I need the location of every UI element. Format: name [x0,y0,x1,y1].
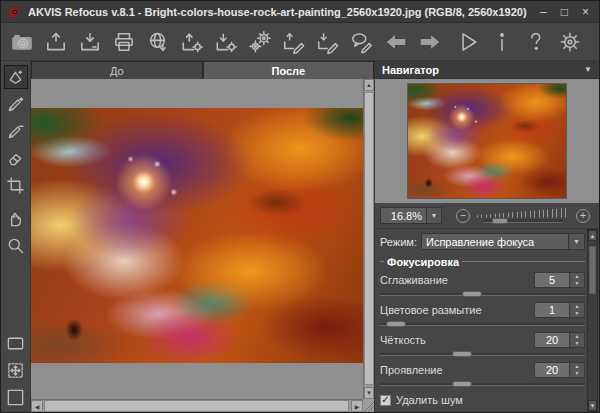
focus-area-tool[interactable] [4,92,28,116]
crop-tool[interactable] [4,173,28,197]
load-preset-button[interactable] [179,29,205,55]
navigator-thumbnail[interactable] [408,84,566,198]
navigator-title: Навигатор [382,64,439,76]
edited-image[interactable] [31,108,363,363]
zoom-value-combo[interactable]: 16.8% ▼ [380,207,442,224]
publish-button[interactable] [349,29,375,55]
bubble-pencil-icon [350,30,374,54]
print-button[interactable] [111,29,137,55]
arrow-right-icon [418,30,442,54]
color-blur-spinner[interactable]: ▲▼ [570,302,585,318]
mode-dropdown-icon[interactable]: ▼ [568,234,584,249]
minimize-button[interactable]: – [540,3,547,21]
redo-button[interactable] [417,29,443,55]
view-tabs: До После [31,61,374,79]
preview-brush-tool[interactable] [4,65,28,89]
crop-icon [6,176,25,195]
vertical-scroll-thumb[interactable] [364,92,374,385]
save-preset-button[interactable] [213,29,239,55]
app-logo-icon [7,4,22,19]
vertical-scrollbar[interactable]: ▲ ▼ [363,79,374,399]
close-button[interactable]: × [582,3,589,21]
pencil-plus-icon [6,95,25,114]
smoothing-spinner[interactable]: ▲▼ [570,272,585,288]
sharpness-slider[interactable] [380,350,585,358]
undo-button[interactable] [383,29,409,55]
tab-after[interactable]: После [203,61,375,79]
maximize-button[interactable]: □ [561,3,568,21]
batch-processing-button[interactable] [247,29,273,55]
zoom-value: 16.8% [381,210,426,222]
smoothing-slider[interactable] [380,290,585,298]
mode-label: Режим: [380,236,417,248]
open-image-button[interactable] [43,29,69,55]
smoothing-value[interactable]: 5 [534,272,570,288]
print-icon [112,30,136,54]
tray-up-gear-icon [180,30,204,54]
param-color-blur: Цветовое размытие 1 ▲▼ [380,301,585,328]
scroll-right-icon[interactable]: ▶ [351,400,363,412]
resize-grip[interactable] [363,399,374,412]
zoom-dropdown-icon[interactable]: ▼ [426,208,441,223]
settings-scroll-up-icon[interactable]: ▲ [588,230,597,241]
color-swatch[interactable] [4,385,28,409]
development-value[interactable]: 20 [534,362,570,378]
preview-size-button[interactable] [4,358,28,382]
color-blur-value[interactable]: 1 [534,302,570,318]
run-button[interactable] [455,29,481,55]
magnifier-icon [6,236,25,255]
sharpness-value[interactable]: 20 [534,332,570,348]
sharpness-spinner[interactable]: ▲▼ [570,332,585,348]
eraser-tool[interactable] [4,146,28,170]
development-slider[interactable] [380,380,585,388]
open-image-icon [44,30,68,54]
navigator-header[interactable]: Навигатор ▼ [375,61,599,79]
right-panel: Навигатор ▼ 16.8% ▼ − + Режим: Исправле [374,61,599,412]
navigator-preview [375,79,599,203]
mode-combo[interactable]: Исправление фокуса ▼ [421,233,585,250]
scroll-up-icon[interactable]: ▲ [364,79,374,91]
window-title: AKVIS Refocus v.8.1 - Bright-colors-hous… [28,6,540,18]
preferences-button[interactable] [557,29,583,55]
save-image-icon [78,30,102,54]
horizontal-scrollbar[interactable]: ◀ ▶ [31,399,363,412]
canvas-area [31,79,363,399]
zoom-slider[interactable] [477,207,569,225]
hand-icon [6,209,25,228]
tool-strip [1,61,31,412]
import-settings-button[interactable] [315,29,341,55]
globe-download-icon [146,30,170,54]
zoom-tool[interactable] [4,233,28,257]
scroll-down-icon[interactable]: ▼ [364,387,374,399]
remove-noise-row: ✓ Удалить шум [380,392,585,408]
gears-icon [248,30,272,54]
navigator-collapse-icon[interactable]: ▼ [584,65,592,74]
save-image-button[interactable] [77,29,103,55]
defocus-area-tool[interactable] [4,119,28,143]
scroll-left-icon[interactable]: ◀ [31,400,43,412]
help-button[interactable] [523,29,549,55]
zoom-slider-thumb[interactable] [492,218,508,224]
tab-before[interactable]: До [31,61,203,79]
hand-tool[interactable] [4,206,28,230]
preview-window-toggle[interactable] [4,331,28,355]
import-from-web-button[interactable] [145,29,171,55]
arrow-left-icon [384,30,408,54]
remove-noise-checkbox[interactable]: ✓ [380,395,391,406]
settings-scroll-down-icon[interactable]: ▼ [588,400,597,411]
param-development: Проявление 20 ▲▼ [380,361,585,388]
tray-down-gear-icon [214,30,238,54]
pencil-minus-icon [6,122,25,141]
horizontal-scroll-thumb[interactable] [44,400,349,412]
settings-scrollbar[interactable]: ▲ ▼ [587,229,598,412]
settings-scroll-thumb[interactable] [589,246,596,294]
export-settings-button[interactable] [281,29,307,55]
zoom-in-button[interactable]: + [576,209,590,223]
zoom-out-button[interactable]: − [456,209,470,223]
development-spinner[interactable]: ▲▼ [570,362,585,378]
info-button[interactable] [489,29,515,55]
camera-button[interactable] [9,29,35,55]
question-icon [524,30,548,54]
color-blur-slider[interactable] [380,320,585,328]
tray-down-pencil-icon [316,30,340,54]
